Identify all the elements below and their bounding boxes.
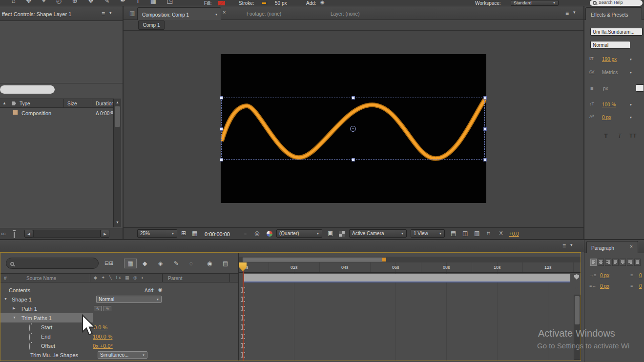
row-label[interactable]: Path 1 (21, 306, 37, 312)
parent-column-header[interactable]: Parent (168, 276, 182, 281)
composition-viewport[interactable] (221, 54, 486, 203)
stopwatch-icon[interactable] (29, 324, 30, 331)
size-column-header[interactable]: Size (67, 101, 77, 106)
scroll-down-icon[interactable]: ▼ (116, 221, 119, 224)
track-rows-area[interactable] (239, 273, 581, 361)
source-name-column-header[interactable]: Source Name (26, 276, 56, 281)
viewer-menu-caret-icon[interactable]: ▼ (215, 13, 218, 16)
region-of-interest-icon[interactable]: ▣ (328, 230, 333, 236)
type-column-header[interactable]: Type (20, 101, 30, 106)
tab-layer[interactable]: Layer: (none) (331, 11, 359, 17)
selection-handle[interactable] (220, 158, 223, 161)
timeline-row-offset[interactable]: Offset 0x +0.0° (0, 341, 238, 350)
path-mask-mode-icon[interactable]: ∿ (104, 306, 111, 311)
add-shape-icon[interactable]: ◉ (320, 0, 325, 5)
mask-visibility-icon[interactable]: ▦ (192, 230, 197, 236)
horizontal-scroll-track[interactable] (33, 230, 101, 238)
help-search-box[interactable]: Search Help (590, 0, 643, 6)
justify-last-center-button[interactable] (620, 259, 626, 266)
layer-duration-bar[interactable] (244, 274, 570, 282)
panel-menu-icon[interactable]: ≡ (565, 10, 569, 16)
pixel-aspect-icon[interactable]: ◫ (462, 230, 468, 236)
selection-handle[interactable] (220, 96, 223, 100)
delete-item-icon[interactable] (14, 232, 15, 238)
time-ruler[interactable]: 00s 02s 04s 06s 08s 10s 12s (239, 262, 581, 273)
camera-dropdown[interactable]: Active Camera ▼ (349, 229, 407, 238)
stroke-swatch[interactable] (261, 1, 268, 5)
timeline-row-start[interactable]: Start 0.0 % (0, 322, 238, 332)
all-caps-button[interactable]: TT (629, 133, 637, 139)
tab-composition[interactable]: Composition: Comp 1 ▼ (137, 7, 221, 20)
twirl-open-icon[interactable]: ▼ (13, 316, 16, 319)
font-family-field[interactable]: Uni Ila.Sundaram... (590, 28, 643, 36)
scroll-right-button[interactable]: ▶ (101, 230, 109, 238)
property-label[interactable]: Offset (41, 343, 55, 349)
panel-menu-icon[interactable]: ≡ (102, 11, 105, 17)
faux-italic-button[interactable]: T (618, 132, 622, 140)
kerning-value[interactable]: Metrics (602, 70, 618, 75)
draft-3d-icon[interactable]: ◆ (143, 261, 147, 266)
timeline-row-contents[interactable]: Contents Add: ◉ (0, 285, 238, 295)
timeline-row-end[interactable]: End 100.0 % (0, 332, 238, 341)
row-label[interactable]: Contents (9, 287, 30, 293)
project-scrollbar[interactable]: ▲ ▼ (113, 99, 121, 227)
composition-color-swatch[interactable] (13, 110, 18, 115)
timeline-row-trim-multiple-shapes[interactable]: Trim Mu...le Shapes Simultaneo... ▼ (0, 350, 238, 360)
font-style-field[interactable]: Normal (590, 41, 630, 49)
view-options-icon[interactable]: ▤ (451, 230, 456, 236)
project-search-field[interactable] (0, 85, 55, 94)
duration-column-header[interactable]: Duration (96, 101, 114, 106)
close-panel-icon[interactable]: × (630, 244, 633, 249)
space-after-value[interactable]: 0 (639, 283, 642, 289)
transparency-grid-icon[interactable] (339, 231, 345, 237)
selection-handle[interactable] (352, 158, 355, 161)
caret-down-icon[interactable]: ▼ (629, 103, 632, 106)
current-time-indicator-line[interactable] (243, 271, 244, 361)
property-value[interactable]: 0x +0.0° (93, 343, 113, 349)
caret-down-icon[interactable]: ▼ (629, 116, 632, 119)
tab-effects-presets[interactable]: Effects & Presets (585, 7, 642, 20)
leading-field[interactable] (636, 84, 644, 92)
timeline-row-shape-1[interactable]: ▼ Shape 1 Normal ▼ (0, 295, 238, 304)
show-snapshot-icon[interactable]: ◎ (254, 230, 259, 236)
graph-editor-icon[interactable]: ▤ (223, 261, 228, 266)
property-label[interactable]: Start (41, 324, 52, 330)
comp-mini-flowchart-icon[interactable]: ⊟⊞ (104, 261, 113, 266)
selection-handle[interactable] (483, 158, 487, 161)
justify-all-button[interactable] (634, 259, 641, 266)
panel-menu-icon[interactable]: ≡ (562, 243, 566, 249)
twirl-open-icon[interactable]: ▼ (4, 297, 7, 301)
panel-grip-icon[interactable]: ▥ (129, 10, 135, 16)
faux-bold-button[interactable]: T (604, 132, 608, 140)
timeline-search-field[interactable] (6, 258, 99, 269)
brainstorm-icon[interactable]: ◉ (207, 261, 212, 266)
stroke-label[interactable]: Stroke: (239, 0, 254, 6)
work-area-lane[interactable] (239, 257, 581, 262)
selection-handle[interactable] (352, 96, 355, 100)
scroll-left-button[interactable]: ◀ (24, 230, 33, 238)
frame-blend-icon[interactable]: ✎ (174, 261, 179, 266)
flowchart-icon[interactable]: ⌗ (487, 230, 490, 236)
resolution-dropdown[interactable]: (Quarter) ▼ (276, 229, 322, 238)
scrollbar-thumb[interactable] (115, 106, 120, 127)
fill-swatch[interactable] (218, 1, 225, 5)
indent-right-value[interactable]: 0 (639, 273, 642, 278)
stopwatch-icon[interactable] (29, 343, 30, 350)
path-direction-icon[interactable]: ∿ (94, 306, 102, 311)
workspace-dropdown[interactable]: Standard ▼ (511, 0, 559, 6)
project-list-header[interactable]: ▲ Type Size Duration (0, 99, 113, 108)
toolbar-tools-icons[interactable]: ⌂ ✥ ⌖ ◴ ⊕ ❖ ✎ ✒ T ▦ ◳ (12, 0, 177, 4)
vertical-scale-value[interactable]: 100 % (602, 102, 616, 107)
live-update-button[interactable]: ▦ (124, 259, 137, 268)
stroke-width-value[interactable]: 50 px (275, 0, 287, 6)
selection-handle[interactable] (220, 127, 223, 131)
fast-previews-icon[interactable]: ▥ (474, 230, 479, 236)
row-label[interactable]: Shape 1 (12, 297, 32, 302)
safe-frames-icon[interactable]: ⊞ (181, 230, 186, 236)
channel-colors-icon[interactable] (267, 231, 272, 237)
timeline-scrollbar[interactable] (574, 295, 581, 360)
property-label[interactable]: End (41, 334, 51, 340)
sort-ascending-icon[interactable]: ▲ (2, 101, 6, 105)
panel-menu-caret-icon[interactable]: ▾ (109, 11, 112, 15)
index-column-header[interactable]: # (4, 276, 7, 281)
